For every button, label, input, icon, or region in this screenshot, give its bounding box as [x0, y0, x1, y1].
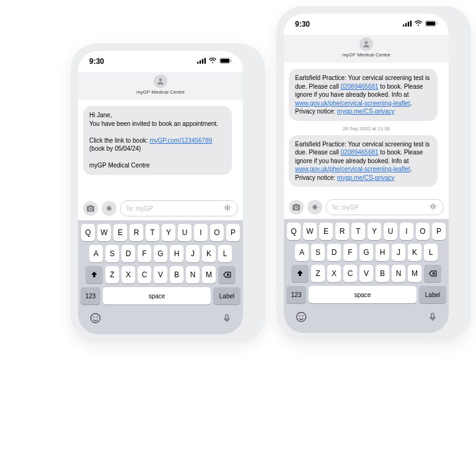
return-key[interactable]: Label — [213, 287, 240, 305]
key-q[interactable]: Q — [81, 224, 95, 241]
key-l[interactable]: L — [424, 244, 438, 261]
key-x[interactable]: X — [121, 266, 135, 283]
avatar-icon[interactable] — [359, 37, 373, 51]
conversation-header: myGP Medical Centre — [78, 72, 243, 100]
backspace-key[interactable] — [218, 266, 236, 283]
message-input[interactable]: To: myGP — [120, 200, 238, 216]
key-z[interactable]: Z — [105, 266, 119, 283]
key-j[interactable]: J — [186, 245, 200, 262]
key-e[interactable]: E — [319, 223, 333, 240]
key-k[interactable]: K — [408, 244, 421, 261]
contact-name: myGP Medical Centre — [78, 89, 243, 95]
wifi-icon — [414, 20, 423, 29]
key-d[interactable]: D — [121, 245, 135, 262]
key-k[interactable]: K — [202, 245, 216, 262]
key-p[interactable]: P — [226, 224, 240, 241]
message-link[interactable]: www.gov.uk/phe/cervical-screening-leafle… — [295, 166, 410, 172]
key-n[interactable]: N — [392, 265, 405, 282]
key-e[interactable]: E — [113, 224, 127, 241]
mic-icon[interactable] — [222, 312, 232, 327]
key-t[interactable]: T — [146, 224, 159, 241]
key-a[interactable]: A — [89, 245, 103, 262]
key-c[interactable]: C — [138, 266, 151, 283]
waveform-icon[interactable] — [223, 203, 232, 214]
message-link[interactable]: mygp.me/CS-privacy — [337, 108, 395, 115]
keyboard: QWERTYUIOPASDFGHJKLZXCVBNM123spaceLabel — [78, 220, 243, 334]
key-p[interactable]: P — [432, 223, 446, 240]
svg-point-10 — [97, 317, 97, 318]
conversation-area[interactable]: Earlsfield Practice: Your cervical scree… — [284, 63, 449, 197]
emoji-icon[interactable] — [89, 312, 102, 327]
waveform-icon[interactable] — [428, 202, 438, 213]
mic-icon[interactable] — [428, 311, 438, 326]
key-s[interactable]: S — [311, 244, 325, 261]
camera-icon[interactable] — [289, 200, 304, 215]
key-b[interactable]: B — [170, 266, 183, 283]
key-y[interactable]: Y — [162, 224, 175, 241]
key-v[interactable]: V — [154, 266, 167, 283]
camera-icon[interactable] — [83, 201, 98, 216]
key-t[interactable]: T — [351, 223, 365, 240]
key-w[interactable]: W — [303, 223, 317, 240]
key-y[interactable]: Y — [368, 223, 381, 240]
key-m[interactable]: M — [408, 265, 421, 282]
svg-rect-17 — [426, 22, 435, 25]
numbers-key[interactable]: 123 — [286, 286, 306, 303]
key-h[interactable]: H — [170, 245, 183, 262]
status-time: 9:30 — [295, 20, 310, 29]
key-b[interactable]: B — [376, 265, 389, 282]
key-z[interactable]: Z — [311, 265, 325, 282]
space-key[interactable]: space — [309, 286, 416, 303]
key-i[interactable]: I — [194, 224, 208, 241]
key-l[interactable]: L — [218, 245, 232, 262]
message-bubble: Hi Jane,You have been invited to book an… — [83, 106, 232, 175]
key-w[interactable]: W — [97, 224, 111, 241]
key-u[interactable]: U — [178, 224, 192, 241]
status-bar: 9:30 — [284, 14, 449, 35]
key-f[interactable]: F — [138, 245, 151, 262]
key-d[interactable]: D — [327, 244, 341, 261]
shift-key[interactable] — [291, 265, 309, 282]
emoji-icon[interactable] — [295, 311, 307, 326]
space-key[interactable]: space — [103, 287, 211, 305]
key-o[interactable]: O — [210, 224, 224, 241]
svg-rect-0 — [197, 62, 198, 64]
key-i[interactable]: I — [400, 223, 413, 240]
key-v[interactable]: V — [359, 265, 373, 282]
key-r[interactable]: R — [335, 223, 349, 240]
message-bubble: Earlsfield Practice: Your cervical scree… — [289, 69, 438, 121]
message-link[interactable]: 02089465681 — [340, 149, 378, 156]
key-j[interactable]: J — [392, 244, 405, 261]
key-g[interactable]: G — [359, 244, 373, 261]
key-h[interactable]: H — [376, 244, 389, 261]
shift-key[interactable] — [86, 266, 103, 283]
apps-icon[interactable] — [307, 200, 322, 215]
conversation-area[interactable]: Hi Jane,You have been invited to book an… — [78, 100, 243, 198]
message-input[interactable]: To: myGP — [326, 199, 444, 215]
key-m[interactable]: M — [202, 266, 216, 283]
numbers-key[interactable]: 123 — [81, 287, 100, 305]
key-r[interactable]: R — [130, 224, 143, 241]
return-key[interactable]: Label — [419, 286, 446, 303]
apps-icon[interactable] — [102, 201, 117, 216]
key-o[interactable]: O — [416, 223, 430, 240]
status-icons — [403, 20, 438, 29]
message-link[interactable]: mygp.me/CS-privacy — [337, 174, 395, 181]
avatar-icon[interactable] — [154, 74, 167, 88]
key-q[interactable]: Q — [287, 223, 301, 240]
key-n[interactable]: N — [186, 266, 200, 283]
key-c[interactable]: C — [343, 265, 357, 282]
backspace-key[interactable] — [424, 265, 441, 282]
svg-point-7 — [159, 78, 162, 81]
compose-bar: To: myGP — [78, 198, 243, 220]
key-x[interactable]: X — [327, 265, 341, 282]
message-link[interactable]: myGP.com/123456789 — [149, 137, 212, 144]
key-u[interactable]: U — [384, 223, 397, 240]
key-f[interactable]: F — [343, 244, 357, 261]
svg-rect-5 — [221, 59, 229, 63]
message-link[interactable]: 02089465681 — [340, 83, 378, 90]
key-s[interactable]: S — [105, 245, 119, 262]
message-link[interactable]: www.gov.uk/phe/cervical-screening-leafle… — [295, 100, 410, 107]
key-a[interactable]: A — [295, 244, 309, 261]
key-g[interactable]: G — [154, 245, 167, 262]
